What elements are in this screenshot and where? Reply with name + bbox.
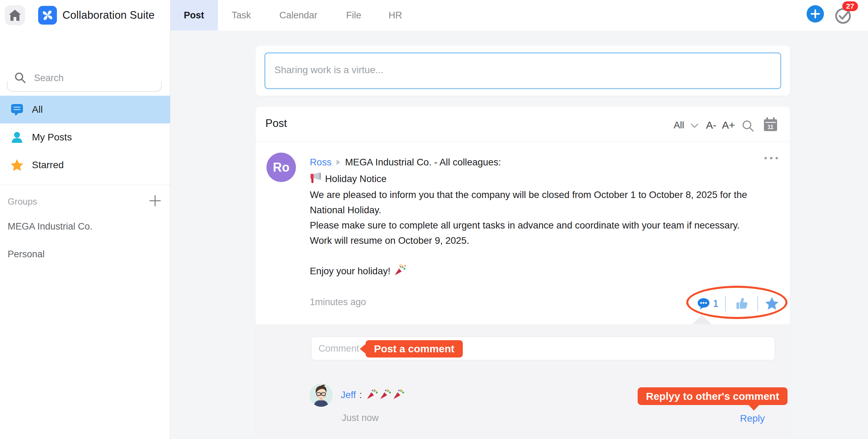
calendar-icon[interactable]: 11 (762, 117, 779, 135)
filter-dropdown[interactable]: All (674, 120, 684, 131)
post-body-line: Work will resume on October 9, 2025. (310, 234, 469, 247)
party-popper-icon (366, 388, 378, 403)
post-timestamp: 1minutes ago (310, 297, 366, 308)
plus-icon (810, 9, 820, 19)
home-button[interactable] (5, 5, 25, 25)
star-post-button[interactable] (765, 297, 779, 311)
comment-section-pointer (692, 315, 712, 324)
post-body-line: National Holiday. (310, 204, 381, 216)
post-card: Post All A- A+ (256, 107, 790, 439)
groups-section-label: Groups (8, 196, 37, 207)
post-author-line: Ross MEGA Industrial Co. - All colleague… (310, 156, 501, 169)
post-panel-title: Post (265, 117, 287, 130)
like-button[interactable] (735, 297, 749, 311)
post-closing-line: Enjoy your holiday! (310, 265, 406, 277)
sidebar-item-label: My Posts (32, 132, 72, 143)
composer-card (256, 46, 790, 96)
reply-link[interactable]: Reply (740, 413, 765, 424)
create-post-button[interactable] (807, 5, 824, 23)
post-subject-line: Holiday Notice (310, 173, 386, 185)
app-title: Collaboration Suite (62, 0, 155, 31)
group-item-personal[interactable]: Personal (8, 249, 45, 260)
person-icon (10, 131, 24, 144)
commenter-link[interactable]: Jeff (341, 389, 356, 401)
loudspeaker-icon (310, 172, 321, 186)
notification-badge: 27 (842, 1, 858, 11)
svg-text:11: 11 (768, 124, 774, 130)
jeff-avatar-illustration (309, 384, 333, 407)
tab-post[interactable]: Post (170, 0, 218, 31)
top-header: Collaboration Suite Post Task Calendar F… (0, 0, 868, 31)
post-more-menu[interactable] (764, 155, 779, 162)
post-audience: MEGA Industrial Co. - All colleagues: (345, 157, 501, 168)
post-panel-header: Post All A- A+ (256, 107, 790, 141)
author-link[interactable]: Ross (310, 157, 332, 168)
party-popper-icon (392, 388, 405, 403)
font-larger-button[interactable]: A+ (722, 119, 735, 131)
font-smaller-button[interactable]: A- (706, 119, 716, 131)
search-underline (7, 81, 162, 92)
add-group-button[interactable] (149, 195, 161, 208)
post-closing-text: Enjoy your holiday! (310, 266, 390, 277)
party-popper-icon (379, 388, 392, 403)
home-icon (9, 10, 21, 21)
search-posts-icon[interactable] (741, 119, 755, 134)
sidebar-item-label: All (32, 104, 43, 115)
sidebar-divider (0, 185, 170, 185)
post-comment-tooltip: Post a comment (360, 340, 463, 358)
sidebar-item-my-posts[interactable]: My Posts (0, 123, 170, 151)
sidebar: All My Posts Starred Groups (0, 31, 170, 439)
chevron-right-icon (336, 159, 341, 166)
tooltip-text: Post a comment (366, 340, 463, 358)
sidebar-item-starred[interactable]: Starred (0, 151, 170, 179)
post-body-line: We are pleased to inform you that the co… (310, 189, 747, 201)
tooltip-arrow-left (360, 344, 366, 354)
reaction-divider (757, 296, 758, 311)
tab-file[interactable]: File (337, 0, 370, 31)
chevron-down-icon[interactable] (690, 123, 699, 130)
pinwheel-icon (41, 8, 54, 22)
composer-input[interactable] (264, 52, 781, 89)
comment-count: 1 (713, 298, 718, 309)
reaction-divider (725, 296, 726, 311)
post-subject: Holiday Notice (325, 173, 386, 184)
avatar-initials: Ro (273, 160, 290, 175)
tab-task[interactable]: Task (225, 0, 258, 31)
comment-bubble-icon (697, 298, 710, 311)
app-window: Collaboration Suite Post Task Calendar F… (0, 0, 868, 439)
app-logo[interactable] (38, 6, 57, 25)
post-body-line: Please make sure to complete all urgent … (310, 219, 740, 232)
plus-icon (149, 195, 161, 207)
chat-bubble-icon (10, 103, 24, 116)
comment-separator: : (359, 389, 362, 401)
thumbs-up-icon (735, 297, 749, 310)
tab-calendar[interactable]: Calendar (271, 0, 325, 31)
comment-line: Jeff : (341, 388, 405, 402)
star-icon (10, 158, 24, 172)
sidebar-item-label: Starred (32, 160, 64, 171)
avatar: Ro (266, 153, 296, 182)
tab-hr[interactable]: HR (379, 0, 412, 31)
reply-tooltip: Replyy to other's comment (638, 387, 788, 405)
sidebar-item-all[interactable]: All (0, 96, 170, 123)
party-popper-icon (394, 264, 406, 279)
comment-section: Post a comment (256, 324, 790, 439)
group-item-mega-industrial[interactable]: MEGA Industrial Co. (8, 221, 93, 232)
comment-count-button[interactable] (697, 298, 710, 312)
star-icon (765, 297, 779, 310)
comment-timestamp: Just now (342, 413, 379, 423)
avatar (309, 384, 333, 407)
tooltip-arrow-down (748, 405, 759, 411)
